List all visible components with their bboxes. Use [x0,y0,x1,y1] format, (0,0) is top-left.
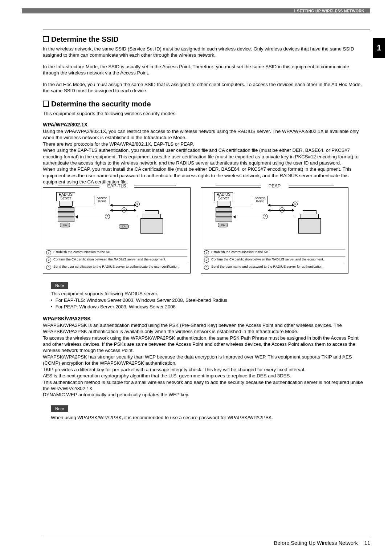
ssid-paragraph-1: In the wireless network, the same SSID (… [43,46,364,58]
step-2-icon: 2 [46,258,51,263]
page-header-bar: 1 SETTING UP WIRELESS NETWORK [22,8,370,13]
subheading-wpapsk: WPAPSK/WPA2PSK [43,316,364,321]
step-1-icon: 1 [135,202,140,207]
mfp-icon [140,210,162,234]
footer-page-number: 11 [359,540,370,546]
peap-step-3: Send the user name and password to the R… [211,265,323,270]
step-2-icon: 2 [122,207,127,212]
ca-icon: CA [119,224,129,229]
note-label-1: Note [51,282,68,289]
ssid-paragraph-3: In the Ad Hoc Mode, you must assign the … [43,81,364,94]
checkbox-bullet-icon [43,101,49,107]
diagram-eaptls-title: EAP-TLS [99,183,134,189]
step-1-icon: 1 [204,250,209,255]
diagram-eaptls: EAP-TLS RADIUS Server CA Access Point 1 … [43,187,191,274]
note1-item-1: For EAP-TLS: Windows Server 2003, Window… [56,297,364,304]
diagram-eaptls-legend: 1Establish the communication to the AP. … [46,249,187,271]
footer-section-name: Before Setting Up Wireless Network [274,540,358,546]
mfp-icon [298,210,320,234]
step-2-icon: 2 [204,258,209,263]
page-footer: Before Setting Up Wireless Network 11 [274,540,370,546]
step-1-icon: 1 [293,202,298,207]
diagram-peap: PEAP RADIUS Server CA Access Point 1 2 3 [201,187,348,274]
section-heading-security-text: Determine the security mode [51,100,151,108]
access-point-label: Access Point [94,196,110,204]
diagram-peap-title: PEAP [261,183,289,189]
chapter-tab: 1 [373,38,385,58]
diagram-peap-legend: 1Establish the communication to the AP. … [204,249,345,271]
step-3-icon: 3 [263,214,268,219]
security-intro: This equipment supports the following wi… [43,110,364,117]
peap-step-2: Confirm the CA certification between the… [211,258,324,263]
step-2-icon: 2 [279,207,285,212]
section-heading-ssid: Determine the SSID [43,35,364,44]
ca-icon: CA [218,223,228,227]
step-3-icon: 3 [46,265,51,270]
eaptls-step-2: Confirm the CA certification between the… [53,258,166,263]
radius-server-icon [216,201,232,221]
wpapsk-body: WPAPSK/WPA2PSK is an authentication meth… [43,322,364,398]
section-heading-ssid-text: Determine the SSID [51,35,119,43]
radius-server-icon [58,201,74,221]
note1-item-2: For PEAP: Windows Server 2003, Windows S… [56,304,364,310]
step-3-icon: 3 [204,265,209,270]
step-1-icon: 1 [46,250,51,255]
note-label-2: Note [51,405,68,412]
access-point-label: Access Point [252,196,268,204]
footer-rule [43,536,370,536]
radius-server-label: RADIUS Server [56,192,75,201]
ca-icon: CA [60,223,70,227]
note1-list: For EAP-TLS: Windows Server 2003, Window… [56,297,364,311]
radius-server-label: RADIUS Server [214,192,233,201]
note1-lead: This equipment supports following RADIUS… [51,291,364,296]
top-rule [43,29,370,29]
wpa8021x-body: Using the WPA/WPA2/802.1X, you can restr… [43,128,364,185]
note2-text: When using WPAPSK/WPA2PSK, it is recomme… [51,415,364,420]
eaptls-step-1: Establish the communication to the AP. [53,250,111,255]
subheading-wpa8021x: WPA/WPA2/802.1X [43,122,364,127]
ssid-paragraph-2: In the Infrastructure Mode, the SSID is … [43,64,364,76]
checkbox-bullet-icon [43,36,49,42]
section-heading-security: Determine the security mode [43,100,364,108]
header-breadcrumb: 1 SETTING UP WIRELESS NETWORK [294,9,364,13]
eaptls-step-3: Send the user certification to the RADIU… [53,265,179,270]
step-3-icon: 3 [105,214,110,219]
peap-step-1: Establish the communication to the AP. [211,250,269,255]
diagram-row: EAP-TLS RADIUS Server CA Access Point 1 … [43,187,364,274]
